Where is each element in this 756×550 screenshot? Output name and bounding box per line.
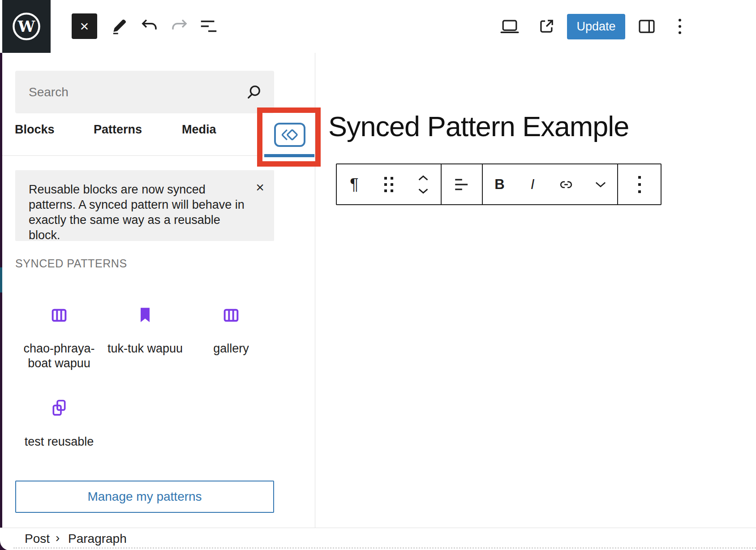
laptop-icon <box>499 16 520 37</box>
columns-icon <box>16 306 102 324</box>
pattern-search-box <box>15 71 274 113</box>
pattern-label: test reusable <box>16 434 102 449</box>
wordpress-logo[interactable]: W <box>2 0 51 53</box>
pattern-label: chao-phraya-boat wapuu <box>16 341 102 371</box>
pattern-label: tuk-tuk wapuu <box>102 341 188 356</box>
admin-sidebar-strip <box>0 0 2 532</box>
list-view-icon <box>198 16 219 37</box>
settings-sidebar-toggle[interactable] <box>634 14 659 39</box>
pattern-item-chao-phraya[interactable]: chao-phraya-boat wapuu <box>16 306 102 371</box>
redo-button[interactable] <box>167 14 192 39</box>
columns-icon <box>188 306 274 324</box>
sidebar-canvas-divider <box>315 53 315 528</box>
pattern-item-test-reusable[interactable]: test reusable <box>16 400 102 449</box>
close-icon: × <box>256 179 264 195</box>
more-vertical-icon <box>638 176 641 179</box>
close-icon: × <box>80 17 89 35</box>
pattern-label: gallery <box>188 341 274 356</box>
alignment-group <box>442 164 482 204</box>
bottom-edge-dots <box>13 547 756 549</box>
pattern-item-tuk-tuk[interactable]: tuk-tuk wapuu <box>102 306 188 356</box>
undo-icon <box>139 16 160 37</box>
bold-button[interactable]: B <box>483 164 516 204</box>
preview-button[interactable] <box>497 14 522 39</box>
search-icon <box>244 82 264 103</box>
align-text-button[interactable] <box>442 164 482 204</box>
paragraph-block-button[interactable]: ¶ <box>337 164 372 204</box>
panel-right-icon <box>636 16 657 37</box>
tab-patterns[interactable]: Patterns <box>94 123 142 137</box>
breadcrumb-paragraph[interactable]: Paragraph <box>68 532 127 546</box>
admin-sidebar-active-item <box>0 267 2 292</box>
bold-icon: B <box>494 176 504 193</box>
view-post-button[interactable] <box>534 14 559 39</box>
link-icon <box>558 176 574 193</box>
synced-patterns-notice: Reusable blocks are now synced patterns.… <box>15 170 274 241</box>
editor-top-bar: W × <box>0 0 756 53</box>
pencil-icon <box>110 17 129 36</box>
chevron-down-icon <box>418 188 429 194</box>
manage-my-patterns-button[interactable]: Manage my patterns <box>15 481 274 513</box>
formatting-group: B I <box>483 164 617 204</box>
pattern-item-gallery[interactable]: gallery <box>188 306 274 356</box>
svg-text:W: W <box>17 17 35 35</box>
options-group <box>618 164 661 204</box>
breadcrumb-post[interactable]: Post <box>25 532 50 546</box>
bookmark-icon <box>102 306 188 324</box>
wordpress-block-editor: W × <box>0 0 756 550</box>
block-options-button[interactable] <box>618 164 661 204</box>
more-formatting-button[interactable] <box>584 164 617 204</box>
document-overview-button[interactable] <box>196 14 221 39</box>
edit-mode-button[interactable] <box>107 14 132 39</box>
drag-handle[interactable] <box>372 164 406 204</box>
undo-button[interactable] <box>137 14 162 39</box>
search-input[interactable] <box>15 85 244 99</box>
update-button-label: Update <box>576 20 615 34</box>
notice-text: Reusable blocks are now synced patterns.… <box>29 182 245 243</box>
italic-icon: I <box>531 176 535 193</box>
block-controls-group: ¶ <box>337 164 441 204</box>
align-left-icon <box>453 176 471 193</box>
move-block-buttons[interactable] <box>406 164 441 204</box>
synced-patterns-heading: SYNCED PATTERNS <box>15 257 127 270</box>
wordpress-w-icon: W <box>12 12 41 41</box>
more-vertical-icon <box>679 19 681 21</box>
update-button[interactable]: Update <box>567 14 625 39</box>
notice-close-button[interactable]: × <box>256 180 264 194</box>
redo-icon <box>169 16 189 37</box>
tab-synced-patterns[interactable] <box>274 123 305 147</box>
tab-blocks[interactable]: Blocks <box>15 123 55 137</box>
tab-media[interactable]: Media <box>182 123 216 137</box>
italic-button[interactable]: I <box>516 164 549 204</box>
copy-icon <box>16 400 102 417</box>
active-tab-underline <box>264 154 314 157</box>
drag-handle-icon <box>384 177 393 192</box>
link-button[interactable] <box>549 164 584 204</box>
block-toolbar: ¶ <box>336 163 662 205</box>
manage-button-label: Manage my patterns <box>87 490 202 504</box>
symbol-icon <box>280 126 300 144</box>
editor-footer: Post › Paragraph <box>0 528 756 550</box>
external-link-icon <box>536 16 557 37</box>
options-menu-button[interactable] <box>667 14 692 39</box>
post-title[interactable]: Synced Pattern Example <box>328 110 629 142</box>
chevron-down-icon <box>595 181 606 188</box>
close-editor-button[interactable]: × <box>72 13 97 39</box>
chevron-right-icon: › <box>56 531 60 545</box>
chevron-up-icon <box>418 175 429 181</box>
paragraph-icon: ¶ <box>350 175 358 194</box>
